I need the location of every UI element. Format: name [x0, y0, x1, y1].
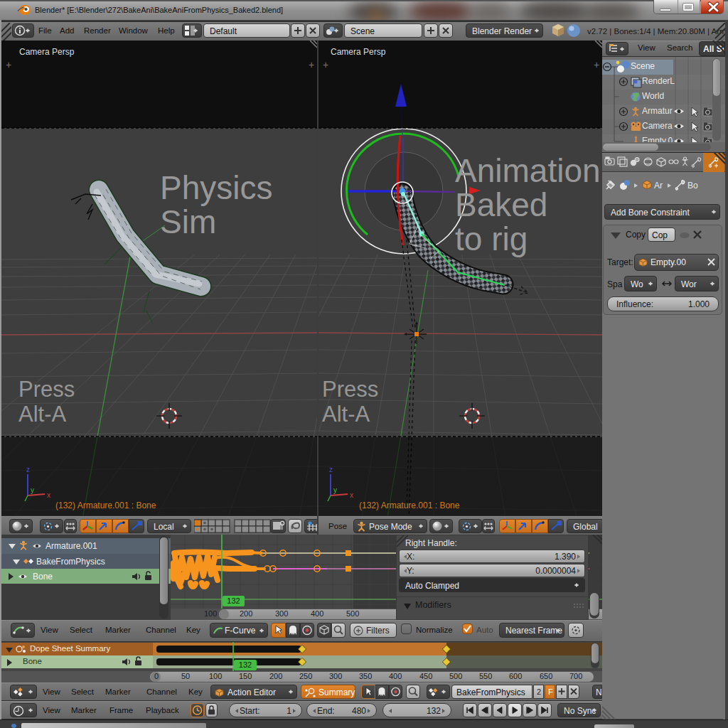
- svg-text:y: y: [31, 486, 34, 494]
- svg-text:Ar: Ar: [654, 181, 663, 191]
- svg-text:x: x: [47, 491, 50, 499]
- svg-text:y: y: [333, 486, 337, 494]
- svg-text:z: z: [329, 466, 333, 473]
- svg-text:x: x: [350, 491, 353, 499]
- svg-text:Bo: Bo: [687, 181, 698, 191]
- svg-text:z: z: [26, 466, 30, 473]
